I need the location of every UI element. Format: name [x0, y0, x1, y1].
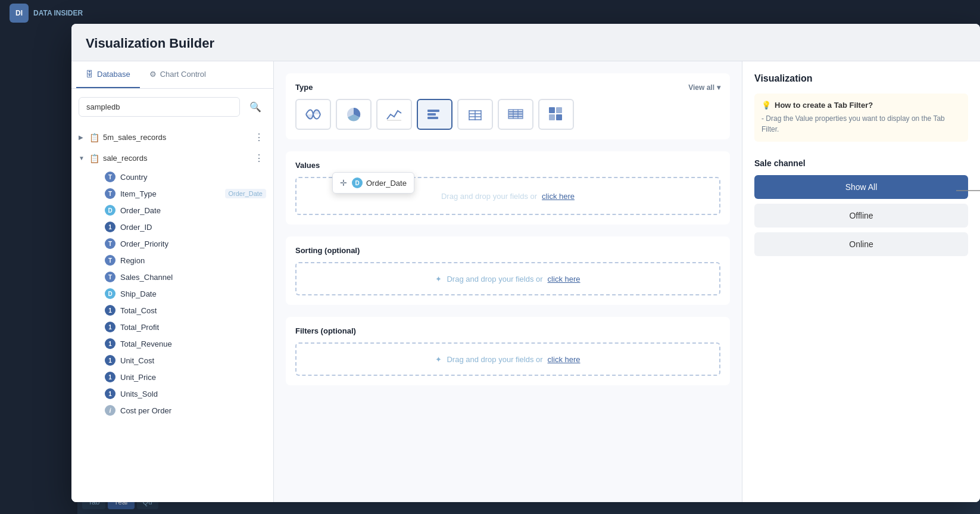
bow-chart-icon [305, 106, 322, 123]
visualization-builder-modal: Visualization Builder 🗄 Database ⚙ Chart… [71, 24, 980, 502]
badge-date-icon: D [105, 205, 116, 216]
badge-num-icon-4: 1 [105, 338, 116, 349]
badge-date-icon-2: D [105, 288, 116, 299]
table-icon: 📋 [89, 133, 99, 142]
chart-type-pie[interactable] [336, 99, 372, 130]
field-unit-cost[interactable]: 1 Unit_Cost [88, 352, 273, 369]
field-unit-price[interactable]: 1 Unit_Price [88, 369, 273, 385]
click-here-filters[interactable]: click here [548, 355, 580, 364]
modal-title: Visualization Builder [86, 36, 966, 51]
sale-channel-title: Sale channel [754, 158, 968, 168]
chart-type-bow[interactable] [295, 99, 331, 130]
chart-type-line[interactable] [376, 99, 412, 130]
svg-rect-19 [556, 107, 562, 113]
field-ship-date[interactable]: D Ship_Date [88, 285, 273, 302]
chevron-down-icon: ▾ [717, 83, 720, 92]
badge-text-icon-2: T [105, 188, 116, 199]
offline-button[interactable]: Offline [754, 204, 968, 228]
svg-rect-14 [508, 114, 523, 116]
field-order-id[interactable]: 1 Order_ID [88, 219, 273, 235]
left-panel: 🗄 Database ⚙ Chart Control 🔍 ▶ 📋 [71, 61, 274, 502]
field-region[interactable]: T Region [88, 252, 273, 269]
hint-title: 💡 How to create a Tab Filter? [761, 101, 961, 110]
svg-rect-3 [427, 113, 436, 116]
field-cost-per-order[interactable]: i Cost per Order [88, 402, 273, 419]
hint-text: - Drag the Value properties you want to … [761, 113, 961, 135]
viz-title: Visualization [754, 73, 968, 84]
tab-chart-control[interactable]: ⚙ Chart Control [140, 61, 216, 88]
field-total-cost[interactable]: 1 Total_Cost [88, 302, 273, 319]
fields-list: T Country T Item_Type Order_Date D Order… [71, 169, 273, 419]
pie-chart-icon [345, 106, 362, 123]
badge-text-icon-3: T [105, 238, 116, 249]
field-item-type[interactable]: T Item_Type Order_Date [88, 185, 273, 202]
chip-date-icon: D [352, 177, 363, 188]
field-total-revenue[interactable]: 1 Total_Revenue [88, 335, 273, 352]
sorting-drop-zone[interactable]: ✦ Drag and drop your fields or click her… [295, 262, 720, 295]
badge-num-icon-6: 1 [105, 372, 116, 382]
middle-panel: Type View all ▾ [274, 61, 742, 502]
chart-type-grid[interactable] [538, 99, 574, 130]
svg-rect-2 [427, 110, 439, 112]
modal-body: 🗄 Database ⚙ Chart Control 🔍 ▶ 📋 [71, 61, 980, 502]
field-chip: D Order_Date [352, 177, 407, 188]
list1-chart-icon [467, 106, 483, 123]
drop-text-filters: Drag and drop your fields or [447, 355, 542, 364]
line-chart-icon [386, 106, 402, 123]
view-all-button[interactable]: View all ▾ [688, 83, 720, 92]
show-all-button[interactable]: Show All [754, 175, 968, 199]
tab-database[interactable]: 🗄 Database [76, 61, 140, 88]
svg-rect-21 [556, 114, 562, 120]
online-button[interactable]: Online [754, 232, 968, 256]
click-here-sorting[interactable]: click here [548, 275, 580, 284]
hint-box: 💡 How to create a Tab Filter? - Drag the… [754, 94, 968, 142]
field-total-profit[interactable]: 1 Total_Profit [88, 319, 273, 335]
search-button[interactable]: 🔍 [245, 96, 266, 117]
chart-type-list1[interactable] [457, 99, 493, 130]
svg-rect-20 [549, 114, 555, 120]
filters-label: Filters (optional) [295, 326, 720, 335]
logo-area: DI DATA INSIDER [10, 4, 83, 23]
more-options-icon[interactable]: ⋮ [252, 130, 266, 144]
field-country[interactable]: T Country [88, 169, 273, 185]
modal-header: Visualization Builder [71, 24, 980, 61]
filters-section: Filters (optional) ✦ Drag and drop your … [286, 317, 730, 385]
arrow-right-icon: ▶ [79, 134, 86, 141]
settings-icon: ⚙ [149, 70, 157, 79]
badge-info-icon: i [105, 405, 116, 416]
table-icon-2: 📋 [89, 154, 99, 163]
db-tree: ▶ 📋 5m_sales_records ⋮ ▼ 📋 sale_records … [71, 122, 273, 502]
drop-text-sorting: Drag and drop your fields or [447, 275, 542, 284]
drag-icon-filters: ✦ [435, 355, 442, 364]
filters-drop-zone[interactable]: ✦ Drag and drop your fields or click her… [295, 342, 720, 376]
values-section: Values ✛ D Order_Date Drag and drop your… [286, 151, 730, 225]
type-label: Type View all ▾ [295, 83, 720, 92]
db-item-sale[interactable]: ▼ 📋 sale_records ⋮ [71, 148, 273, 169]
bulb-icon: 💡 [761, 101, 771, 110]
right-panel: Visualization 💡 How to create a Tab Filt… [742, 61, 980, 502]
logo-text: DATA INSIDER [33, 9, 83, 17]
badge-num-icon-7: 1 [105, 388, 116, 399]
badge-text-icon-4: T [105, 255, 116, 266]
more-options-icon-2[interactable]: ⋮ [252, 151, 266, 165]
search-input[interactable] [79, 97, 240, 117]
list2-chart-icon [507, 106, 524, 123]
click-here-values[interactable]: click here [542, 192, 575, 201]
field-sales-channel[interactable]: T Sales_Channel [88, 269, 273, 285]
chart-type-hbar[interactable] [417, 99, 452, 130]
badge-num-icon-3: 1 [105, 322, 116, 332]
hbar-chart-icon [426, 106, 443, 123]
database-icon: 🗄 [86, 70, 93, 79]
values-drop-zone[interactable]: ✛ D Order_Date Drag and drop your fields… [295, 177, 720, 215]
svg-rect-12 [508, 110, 523, 111]
db-item-5m[interactable]: ▶ 📋 5m_sales_records ⋮ [71, 127, 273, 148]
field-units-sold[interactable]: 1 Units_Sold [88, 385, 273, 402]
logo-icon: DI [10, 4, 29, 23]
chart-type-list2[interactable] [498, 99, 533, 130]
panel-tabs: 🗄 Database ⚙ Chart Control [71, 61, 273, 89]
badge-text-icon-5: T [105, 272, 116, 282]
badge-num-icon: 1 [105, 222, 116, 232]
field-order-date[interactable]: D Order_Date [88, 202, 273, 219]
field-order-priority[interactable]: T Order_Priority [88, 235, 273, 252]
badge-text-icon: T [105, 172, 116, 182]
